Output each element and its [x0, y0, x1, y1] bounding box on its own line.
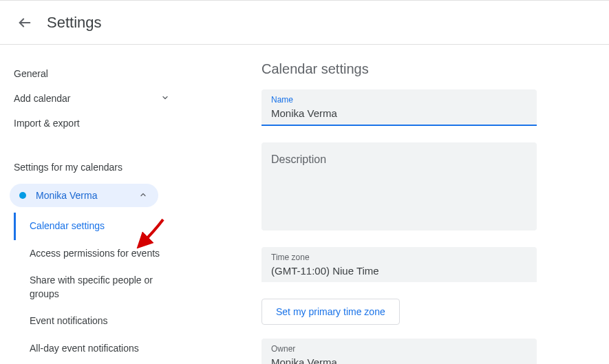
name-label: Name [271, 95, 527, 105]
content: General Add calendar Import & export Set… [0, 45, 609, 364]
page-title: Settings [47, 14, 102, 32]
section-title: Calendar settings [261, 61, 537, 77]
owner-field: Owner Monika Verma [261, 339, 537, 364]
chevron-down-icon [161, 93, 171, 104]
back-button[interactable] [17, 14, 33, 31]
owner-value: Monika Verma [271, 355, 527, 364]
sidebar-item-label: Import & export [14, 118, 80, 129]
calendar-row-monika[interactable]: Monika Verma [10, 184, 158, 207]
set-primary-timezone-button[interactable]: Set my primary time zone [261, 299, 400, 325]
subnav-access-permissions[interactable]: Access permissions for events [16, 240, 179, 268]
subnav-event-notifications[interactable]: Event notifications [16, 308, 179, 335]
subnav-share-people[interactable]: Share with specific people or groups [16, 267, 179, 308]
description-field[interactable]: Description [261, 142, 537, 231]
chevron-up-icon [139, 189, 149, 202]
sidebar-item-general[interactable]: General [14, 61, 179, 86]
sidebar-item-label: General [14, 68, 48, 79]
description-label: Description [271, 153, 326, 165]
sidebar-item-import-export[interactable]: Import & export [14, 111, 179, 136]
name-field[interactable]: Name [261, 89, 537, 126]
name-input[interactable] [271, 106, 527, 120]
subnav-allday-notifications[interactable]: All-day event notifications [16, 335, 179, 363]
timezone-field[interactable]: Time zone (GMT-11:00) Niue Time [261, 247, 537, 282]
calendar-name: Monika Verma [36, 190, 139, 201]
calendar-subnav: Calendar settings Access permissions for… [14, 213, 179, 363]
main: Calendar settings Name Description Time … [179, 61, 564, 364]
sidebar-item-label: Add calendar [14, 93, 71, 104]
subnav-calendar-settings[interactable]: Calendar settings [14, 213, 179, 240]
calendar-color-dot [19, 192, 26, 199]
sidebar-item-add-calendar[interactable]: Add calendar [14, 86, 179, 111]
timezone-label: Time zone [271, 253, 527, 262]
header: Settings [0, 1, 609, 45]
owner-label: Owner [271, 344, 527, 354]
my-calendars-header: Settings for my calendars [14, 155, 179, 180]
timezone-value: (GMT-11:00) Niue Time [271, 264, 527, 278]
sidebar: General Add calendar Import & export Set… [0, 61, 179, 364]
arrow-left-icon [17, 15, 32, 30]
